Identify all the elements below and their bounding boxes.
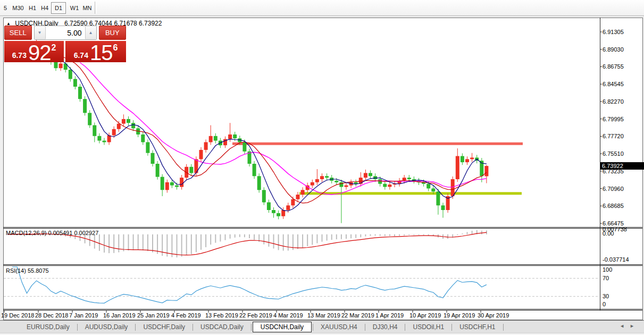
macd-axis-label: 0.00 <box>603 230 614 237</box>
chart-tab-usdcnh-daily[interactable]: USDCNH,Daily <box>253 322 312 332</box>
macd-indicator-label: MACD(12,26,9) 0.005491 0.002927 <box>6 230 98 236</box>
tab-scroll-right-icon[interactable]: ► <box>630 323 640 329</box>
tab-separator <box>193 324 193 331</box>
chart-tab-audusd-daily[interactable]: AUDUSD,Daily <box>79 322 135 332</box>
price-axis-label: 6.79995 <box>603 116 624 122</box>
buy-button[interactable]: BUY <box>99 26 127 40</box>
chart-tabs: EURUSD,DailyAUDUSD,DailyUSDCHF,DailyUSDC… <box>20 321 505 333</box>
tab-separator <box>251 324 252 331</box>
sell-price-sup: 2 <box>51 43 56 53</box>
price-axis-label: 6.75510 <box>603 150 624 157</box>
sell-price-display[interactable]: 6.73922 <box>4 41 64 62</box>
tab-separator <box>135 324 136 331</box>
chart-tab-usdchf-h1[interactable]: USDCHF,H1 <box>453 322 501 332</box>
spinner-down-icon: ▼ <box>38 30 42 35</box>
tab-separator <box>77 324 78 331</box>
chart-tab-usdcad-daily[interactable]: USDCAD,Daily <box>194 322 250 332</box>
tab-scroll-arrows: ◄► <box>620 323 640 329</box>
current-price-badge: 6.73922 <box>600 162 644 170</box>
price-axis-label: 6.70960 <box>603 186 624 192</box>
sell-price-big: 92 <box>28 44 51 61</box>
sell-price-base: 6.73 <box>12 51 27 60</box>
date-axis-label: 30 Apr 2019 <box>478 312 509 319</box>
chart-tab-bar: EURUSD,DailyAUDUSD,DailyUSDCHF,DailyUSDC… <box>0 320 644 333</box>
rsi-axis-label: 30 <box>603 293 609 299</box>
date-axis-label: 13 Mar 2019 <box>307 312 340 319</box>
date-axis-label: 10 Apr 2019 <box>409 312 441 319</box>
buy-price-base: 6.74 <box>74 51 88 60</box>
trading-terminal: 5M30H1H4D1W1MN ▲ USDCNH,Daily 6.72590 6.… <box>0 0 644 335</box>
date-axis-label: 19 Dec 2018 <box>1 312 34 319</box>
buy-price-sup: 6 <box>113 43 118 53</box>
one-click-trading-panel: SELL ▼ ▲ BUY 6.73922 6.74156 <box>4 26 126 62</box>
date-axis-label: 19 Apr 2019 <box>444 312 475 319</box>
buy-price-display[interactable]: 6.74156 <box>65 41 126 62</box>
price-axis-label: 6.82270 <box>603 98 624 105</box>
volume-decrease-button[interactable]: ▼ <box>35 26 46 39</box>
chart-tab-dj30-h4[interactable]: DJ30,H4 <box>366 322 404 332</box>
macd-axis-label: -0.037714 <box>603 256 629 263</box>
date-axis-label: 4 Feb 2019 <box>171 312 201 319</box>
price-axis-label: 6.86755 <box>603 63 624 70</box>
date-axis-label: 13 Feb 2019 <box>205 312 238 319</box>
price-axis-label: 6.84545 <box>603 81 624 87</box>
date-axis-label: 25 Jan 2019 <box>137 312 170 319</box>
volume-input[interactable] <box>46 26 85 39</box>
chart-tab-xauusd-h4[interactable]: XAUUSD,H4 <box>314 322 364 332</box>
price-axis-label: 6.89030 <box>603 46 624 53</box>
rsi-axis-label: 100 <box>603 266 612 273</box>
volume-increase-button[interactable]: ▲ <box>85 26 96 39</box>
tab-separator <box>313 324 313 331</box>
tab-separator <box>405 324 405 331</box>
buy-price-big: 15 <box>90 44 113 61</box>
rsi-axis-label: 70 <box>603 275 609 281</box>
price-axis-label: 6.68685 <box>603 203 624 209</box>
date-axis-label: 4 Mar 2019 <box>273 312 303 319</box>
volume-stepper: ▼ ▲ <box>34 26 97 40</box>
date-axis-label: 1 Apr 2019 <box>375 312 404 319</box>
spinner-up-icon: ▲ <box>89 30 93 35</box>
chart-tab-eurusd-daily[interactable]: EURUSD,Daily <box>20 322 76 332</box>
tab-scroll-left-icon[interactable]: ◄ <box>620 323 630 329</box>
sell-button[interactable]: SELL <box>4 26 32 40</box>
date-axis-label: 28 Dec 2018 <box>35 312 68 319</box>
price-axis-label: 6.91305 <box>603 29 624 35</box>
date-axis-label: 22 Mar 2019 <box>341 312 374 319</box>
chart-tab-usdchf-daily[interactable]: USDCHF,Daily <box>137 322 191 332</box>
tab-separator <box>503 324 504 331</box>
rsi-axis-label: 0 <box>603 301 606 307</box>
price-axis-label: 6.77720 <box>603 133 624 139</box>
chart-tab-usdoil-h1[interactable]: USDOil,H1 <box>406 322 450 332</box>
rsi-indicator-label: RSI(14) 55.8075 <box>6 267 49 274</box>
tab-separator <box>451 324 452 331</box>
date-axis-label: 16 Jan 2019 <box>103 312 136 319</box>
status-bar <box>0 333 644 335</box>
date-axis-label: 22 Feb 2019 <box>239 312 272 319</box>
tab-separator <box>365 324 365 331</box>
date-axis-label: 7 Jan 2019 <box>69 312 98 319</box>
